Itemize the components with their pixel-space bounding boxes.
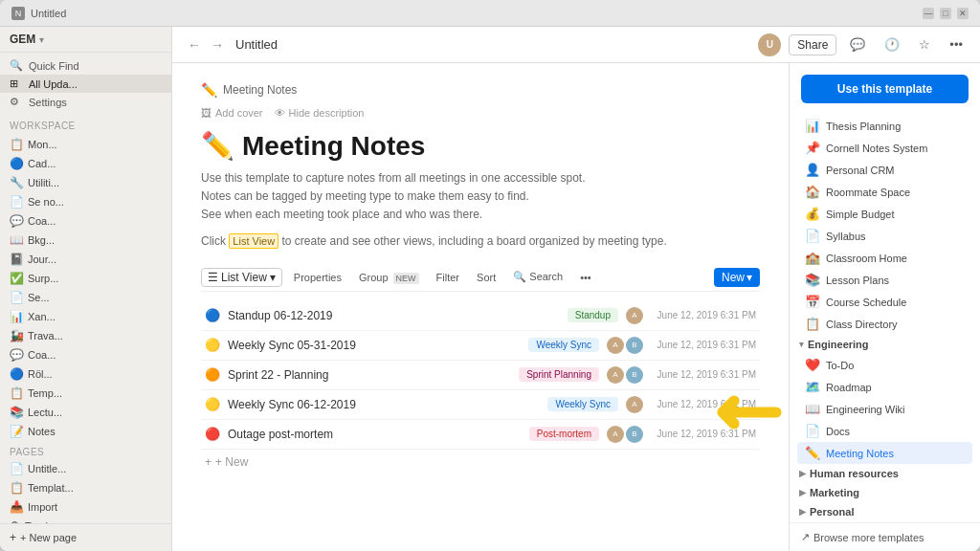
template-item-crm[interactable]: 👤 Personal CRM [797,159,972,181]
sidebar-item-12[interactable]: 🔵Röl... [0,364,171,384]
back-button[interactable]: ← [184,35,205,55]
sidebar-item-9[interactable]: 📊Xan... [0,307,171,326]
sidebar-item-allupdates[interactable]: ⊞ All Upda... [0,75,171,93]
engineering-section-header[interactable]: ▾ Engineering [797,335,972,354]
share-button[interactable]: Share [789,34,836,55]
filter-button[interactable]: Filter [431,270,465,285]
template-indicator-label: Meeting Notes [223,83,297,97]
marketing-section-header[interactable]: ▶ Marketing [797,483,972,502]
sidebar-item-5[interactable]: 📖Bkg... [0,231,171,250]
toolbar-more-button[interactable]: ••• [574,270,597,285]
minimize-button[interactable]: — [923,8,934,19]
row-icon-3: 🟡 [205,397,220,411]
sidebar-item-0[interactable]: 📋Mon... [0,135,171,154]
template-item-syllabus[interactable]: 📄 Syllabus [797,225,972,247]
group-button[interactable]: Group NEW [353,270,425,285]
row-tag-3: Weekly Sync [547,397,618,411]
close-button[interactable]: ✕ [957,8,969,19]
sidebar-item-quickfind[interactable]: 🔍 Quick Find [0,56,171,75]
template-icon-docs: 📄 [805,424,820,438]
view-selector[interactable]: ☰ List View ▾ [201,268,282,287]
sidebar-page-0[interactable]: 📄Untitle... [0,459,171,478]
template-item-roommate[interactable]: 🏠 Roommate Space [797,181,972,203]
new-page-button[interactable]: ++ New page [0,528,171,547]
meeting-table: 🔵 Standup 06-12-2019 Standup A June 12, … [201,301,760,450]
template-item-directory[interactable]: 📋 Class Directory [797,313,972,335]
meeting-row-1[interactable]: 🟡 Weekly Sync 05-31-2019 Weekly Sync A B… [201,331,760,361]
template-icon-crm: 👤 [805,163,820,177]
template-item-lesson[interactable]: 📚 Lesson Plans [797,269,972,291]
template-item-docs[interactable]: 📄 Docs [797,420,972,442]
page-title-text: Meeting Notes [242,131,425,162]
sidebar-item-8[interactable]: 📄Se... [0,288,171,307]
page-scroll: ✏️ Meeting Notes 🖼 Add cover 👁 Hide desc… [172,63,789,551]
list-view-highlight[interactable]: List View [229,233,278,249]
template-item-budget[interactable]: 💰 Simple Budget [797,203,972,225]
more-button[interactable]: ••• [944,35,969,54]
marketing-expand-icon: ▶ [799,488,806,497]
nav-arrows: ← → [184,35,228,55]
use-template-button[interactable]: Use this template [801,75,969,103]
row-name-3: Weekly Sync 06-12-2019 [228,398,540,411]
row-tag-1: Weekly Sync [528,338,599,352]
template-icon-roommate: 🏠 [805,185,820,199]
meeting-row-2[interactable]: 🟠 Sprint 22 - Planning Sprint Planning A… [201,361,760,390]
sidebar-item-14[interactable]: 📚Lectu... [0,403,171,422]
click-instruction: Click List View to create and see other … [201,232,760,251]
sidebar-item-settings[interactable]: ⚙ Settings [0,93,171,111]
row-name-0: Standup 06-12-2019 [228,309,560,322]
add-new-row[interactable]: + + New [201,450,760,474]
avatar-4-1: B [626,426,643,443]
new-record-button[interactable]: New ▾ [714,268,760,287]
sidebar-item-10[interactable]: 🚂Trava... [0,326,171,345]
sidebar-footer: ++ New page [0,523,171,551]
personal-section-header[interactable]: ▶ Personal [797,502,972,521]
meeting-row-0[interactable]: 🔵 Standup 06-12-2019 Standup A June 12, … [201,301,760,331]
view-toolbar: ☰ List View ▾ Properties Group NEW Filte… [201,264,760,292]
row-avatars-0: A [626,307,643,324]
sidebar-item-4[interactable]: 💬Coa... [0,211,171,231]
row-date-4: June 12, 2019 6:31 PM [651,429,756,439]
template-item-cornell[interactable]: 📌 Cornell Notes System [797,137,972,159]
sidebar-item-1[interactable]: 🔵Cad... [0,154,171,173]
comment-button[interactable]: 💬 [844,35,871,54]
forward-button[interactable]: → [207,35,228,55]
template-item-schedule[interactable]: 📅 Course Schedule [797,291,972,313]
sort-button[interactable]: Sort [471,270,501,285]
add-cover-button[interactable]: 🖼 Add cover [201,107,263,119]
browse-more-button[interactable]: ↗ Browse more templates [790,522,980,551]
sidebar-nav: 🔍 Quick Find ⊞ All Upda... ⚙ Settings [0,53,171,115]
sidebar-item-7[interactable]: ✅Surp... [0,269,171,288]
sidebar-item-2[interactable]: 🔧Utiliti... [0,173,171,192]
meeting-row-3[interactable]: 🟡 Weekly Sync 06-12-2019 Weekly Sync A J… [201,390,760,420]
sidebar-item-15[interactable]: 📝Notes [0,422,171,441]
template-item-classroom[interactable]: 🏫 Classroom Home [797,247,972,269]
template-item-roadmap[interactable]: 🗺️ Roadmap [797,376,972,398]
hide-description-button[interactable]: 👁 Hide description [275,107,365,119]
meeting-row-4[interactable]: 🔴 Outage post-mortem Post-mortem A B Jun… [201,420,760,450]
app-favicon: N [11,7,25,20]
hr-section-header[interactable]: ▶ Human resources [797,464,972,483]
sidebar-item-6[interactable]: 📓Jour... [0,250,171,269]
template-item-meetingnotes[interactable]: ✏️ Meeting Notes [797,442,972,464]
sidebar-item-3[interactable]: 📄Se no... [0,192,171,211]
maximize-button[interactable]: □ [940,8,951,19]
sidebar: GEM ▾ 🔍 Quick Find ⊞ All Upda... ⚙ Setti… [0,27,172,551]
sidebar-item-11[interactable]: 💬Coa... [0,345,171,364]
template-item-thesis[interactable]: 📊 Thesis Planning [797,115,972,137]
sidebar-page-1[interactable]: 📋Templat... [0,478,171,497]
properties-button[interactable]: Properties [288,270,347,285]
sidebar-section-workspace: WORKSPACE [0,115,171,133]
eye-icon: 👁 [275,107,285,119]
star-button[interactable]: ☆ [913,35,936,54]
settings-icon: ⚙ [10,96,23,108]
row-icon-0: 🔵 [205,308,220,322]
sidebar-page-2[interactable]: 📥Import [0,497,171,517]
sidebar-page-3[interactable]: 🗑Trash [0,517,171,523]
template-item-engwiki[interactable]: 📖 Engineering Wiki [797,398,972,420]
clock-button[interactable]: 🕐 [879,35,905,54]
title-bar: N Untitled — □ ✕ [0,0,980,27]
template-item-todo[interactable]: ❤️ To-Do [797,354,972,376]
search-button[interactable]: 🔍 Search [507,269,568,285]
sidebar-item-13[interactable]: 📋Temp... [0,384,171,403]
